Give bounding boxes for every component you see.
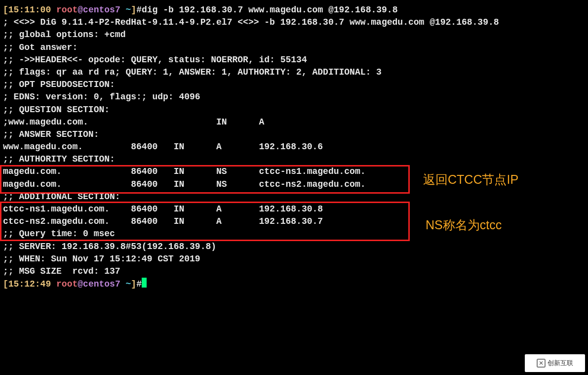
bracket-open: [ bbox=[3, 279, 8, 289]
cursor-icon bbox=[142, 278, 147, 288]
user: root bbox=[56, 279, 78, 289]
output-line: ;; ANSWER SECTION: bbox=[3, 128, 585, 141]
host: centos7 bbox=[83, 279, 120, 289]
output-line: ;; OPT PSEUDOSECTION: bbox=[3, 79, 585, 91]
path: ~ bbox=[126, 5, 131, 15]
output-line: ;www.magedu.com. IN A bbox=[3, 116, 585, 128]
output-line: ;; WHEN: Sun Nov 17 15:12:49 CST 2019 bbox=[3, 253, 585, 265]
output-line: ;; SERVER: 192.168.39.8#53(192.168.39.8) bbox=[3, 241, 585, 253]
space bbox=[120, 5, 126, 15]
at-sign: @ bbox=[78, 279, 83, 289]
output-line: ;; ->>HEADER<<- opcode: QUERY, status: N… bbox=[3, 54, 585, 66]
command: dig -b 192.168.30.7 www.magedu.com @192.… bbox=[142, 5, 397, 15]
watermark: ✕ 创新互联 bbox=[525, 354, 585, 372]
at-sign: @ bbox=[78, 5, 83, 15]
time: 15:12:49 bbox=[8, 279, 51, 289]
output-line: ;; AUTHORITY SECTION: bbox=[3, 153, 585, 166]
annotation-answer: 返回CTCC节点IP bbox=[423, 171, 518, 188]
path: ~ bbox=[126, 279, 131, 289]
output-line: ctcc-ns1.magedu.com. 86400 IN A 192.168.… bbox=[3, 203, 585, 215]
output-line: ;; global options: +cmd bbox=[3, 29, 585, 41]
output-line: ;; QUESTION SECTION: bbox=[3, 104, 585, 116]
user: root bbox=[56, 5, 78, 15]
bracket-open: [ bbox=[3, 5, 8, 15]
prompt-line-2[interactable]: [15:12:49 root@centos7 ~]# bbox=[3, 278, 585, 291]
bracket-close: ] bbox=[131, 279, 136, 289]
watermark-icon: ✕ bbox=[537, 359, 546, 368]
output-line: ;; flags: qr aa rd ra; QUERY: 1, ANSWER:… bbox=[3, 66, 585, 79]
space bbox=[51, 279, 56, 289]
hash: # bbox=[136, 5, 142, 15]
output-line: ;; ADDITIONAL SECTION: bbox=[3, 191, 585, 203]
output-line-answer: www.magedu.com. 86400 IN A 192.168.30.6 bbox=[3, 141, 585, 153]
bracket-close: ] bbox=[131, 5, 136, 15]
terminal[interactable]: [15:11:00 root@centos7 ~]#dig -b 192.168… bbox=[0, 0, 588, 375]
output-line: ; <<>> DiG 9.11.4-P2-RedHat-9.11.4-9.P2.… bbox=[3, 16, 585, 29]
host: centos7 bbox=[83, 5, 120, 15]
hash: # bbox=[136, 279, 142, 289]
prompt-line-1: [15:11:00 root@centos7 ~]#dig -b 192.168… bbox=[3, 4, 585, 16]
watermark-text: 创新互联 bbox=[548, 359, 573, 368]
annotation-authority: NS称名为ctcc bbox=[426, 216, 502, 234]
output-line: ;; Got answer: bbox=[3, 42, 585, 54]
time: 15:11:00 bbox=[8, 5, 51, 15]
space bbox=[51, 5, 56, 15]
space bbox=[120, 279, 126, 289]
output-line: ;; MSG SIZE rcvd: 137 bbox=[3, 265, 585, 278]
output-line: ; EDNS: version: 0, flags:; udp: 4096 bbox=[3, 91, 585, 103]
